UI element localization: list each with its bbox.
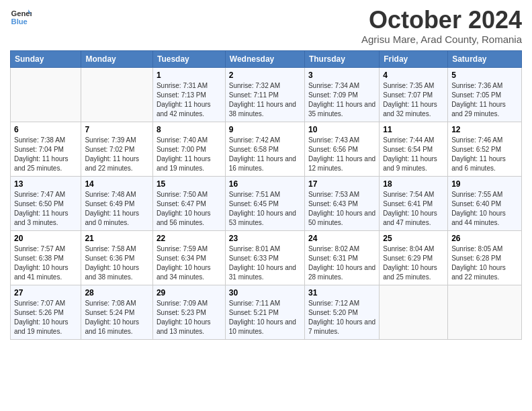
day-info: Sunrise: 7:53 AM Sunset: 6:43 PM Dayligh… xyxy=(308,190,375,228)
calendar-cell: 20Sunrise: 7:57 AM Sunset: 6:38 PM Dayli… xyxy=(11,230,81,285)
calendar-cell: 6Sunrise: 7:38 AM Sunset: 7:04 PM Daylig… xyxy=(11,122,81,176)
calendar-cell: 4Sunrise: 7:35 AM Sunset: 7:07 PM Daylig… xyxy=(380,67,448,122)
day-info: Sunrise: 7:48 AM Sunset: 6:49 PM Dayligh… xyxy=(85,190,149,228)
calendar-cell: 31Sunrise: 7:12 AM Sunset: 5:20 PM Dayli… xyxy=(304,285,379,339)
day-number: 3 xyxy=(308,71,375,80)
day-number: 19 xyxy=(451,179,518,189)
day-info: Sunrise: 8:04 AM Sunset: 6:29 PM Dayligh… xyxy=(383,244,444,282)
day-info: Sunrise: 7:50 AM Sunset: 6:47 PM Dayligh… xyxy=(157,190,222,228)
calendar-cell: 25Sunrise: 8:04 AM Sunset: 6:29 PM Dayli… xyxy=(380,230,448,285)
calendar-cell: 10Sunrise: 7:43 AM Sunset: 6:56 PM Dayli… xyxy=(304,122,379,176)
calendar-cell xyxy=(448,285,522,339)
day-info: Sunrise: 7:40 AM Sunset: 7:00 PM Dayligh… xyxy=(157,136,222,173)
day-number: 13 xyxy=(14,179,77,189)
week-row-4: 20Sunrise: 7:57 AM Sunset: 6:38 PM Dayli… xyxy=(11,230,522,285)
calendar-cell: 14Sunrise: 7:48 AM Sunset: 6:49 PM Dayli… xyxy=(81,176,153,230)
calendar-cell xyxy=(81,67,153,122)
day-number: 14 xyxy=(85,179,149,189)
calendar-cell: 19Sunrise: 7:55 AM Sunset: 6:40 PM Dayli… xyxy=(448,176,522,230)
calendar-cell: 30Sunrise: 7:11 AM Sunset: 5:21 PM Dayli… xyxy=(225,285,304,339)
day-number: 21 xyxy=(85,234,149,243)
day-number: 22 xyxy=(157,234,222,243)
calendar-cell: 22Sunrise: 7:59 AM Sunset: 6:34 PM Dayli… xyxy=(152,230,225,285)
day-info: Sunrise: 7:08 AM Sunset: 5:24 PM Dayligh… xyxy=(85,299,149,336)
day-number: 26 xyxy=(451,234,518,243)
calendar-cell: 18Sunrise: 7:54 AM Sunset: 6:41 PM Dayli… xyxy=(380,176,448,230)
day-number: 5 xyxy=(451,71,518,80)
logo: General Blue xyxy=(10,7,32,28)
day-number: 25 xyxy=(383,234,444,243)
week-row-1: 1Sunrise: 7:31 AM Sunset: 7:13 PM Daylig… xyxy=(11,67,522,122)
week-row-3: 13Sunrise: 7:47 AM Sunset: 6:50 PM Dayli… xyxy=(11,176,522,230)
day-info: Sunrise: 7:07 AM Sunset: 5:26 PM Dayligh… xyxy=(14,299,77,336)
day-number: 18 xyxy=(383,179,444,189)
day-info: Sunrise: 7:51 AM Sunset: 6:45 PM Dayligh… xyxy=(229,190,301,228)
calendar-cell xyxy=(11,67,81,122)
day-header-tuesday: Tuesday xyxy=(152,50,225,67)
calendar-cell: 11Sunrise: 7:44 AM Sunset: 6:54 PM Dayli… xyxy=(380,122,448,176)
day-info: Sunrise: 8:05 AM Sunset: 6:28 PM Dayligh… xyxy=(451,244,518,282)
calendar-cell: 23Sunrise: 8:01 AM Sunset: 6:33 PM Dayli… xyxy=(225,230,304,285)
day-header-wednesday: Wednesday xyxy=(225,50,304,67)
day-number: 29 xyxy=(157,288,222,298)
calendar-cell: 21Sunrise: 7:58 AM Sunset: 6:36 PM Dayli… xyxy=(81,230,153,285)
day-info: Sunrise: 7:09 AM Sunset: 5:23 PM Dayligh… xyxy=(157,299,222,336)
day-info: Sunrise: 7:57 AM Sunset: 6:38 PM Dayligh… xyxy=(14,244,77,282)
calendar-cell: 16Sunrise: 7:51 AM Sunset: 6:45 PM Dayli… xyxy=(225,176,304,230)
day-number: 2 xyxy=(229,71,301,80)
day-header-saturday: Saturday xyxy=(448,50,522,67)
day-info: Sunrise: 7:11 AM Sunset: 5:21 PM Dayligh… xyxy=(229,299,301,336)
day-info: Sunrise: 7:46 AM Sunset: 6:52 PM Dayligh… xyxy=(451,136,518,173)
day-number: 27 xyxy=(14,288,77,298)
calendar-cell: 13Sunrise: 7:47 AM Sunset: 6:50 PM Dayli… xyxy=(11,176,81,230)
day-info: Sunrise: 7:31 AM Sunset: 7:13 PM Dayligh… xyxy=(157,81,222,119)
day-number: 23 xyxy=(229,234,301,243)
day-info: Sunrise: 7:35 AM Sunset: 7:07 PM Dayligh… xyxy=(383,81,444,119)
calendar-cell: 26Sunrise: 8:05 AM Sunset: 6:28 PM Dayli… xyxy=(448,230,522,285)
logo-icon: General Blue xyxy=(10,7,32,28)
day-info: Sunrise: 7:42 AM Sunset: 6:58 PM Dayligh… xyxy=(229,136,301,173)
calendar-cell: 24Sunrise: 8:02 AM Sunset: 6:31 PM Dayli… xyxy=(304,230,379,285)
page-header: General Blue October 2024 Agrisu Mare, A… xyxy=(10,7,522,45)
day-number: 11 xyxy=(383,125,444,134)
day-info: Sunrise: 7:12 AM Sunset: 5:20 PM Dayligh… xyxy=(308,299,375,336)
day-header-sunday: Sunday xyxy=(11,50,81,67)
calendar-cell xyxy=(380,285,448,339)
day-number: 30 xyxy=(229,288,301,298)
day-info: Sunrise: 8:01 AM Sunset: 6:33 PM Dayligh… xyxy=(229,244,301,282)
day-info: Sunrise: 7:32 AM Sunset: 7:11 PM Dayligh… xyxy=(229,81,301,119)
day-number: 8 xyxy=(157,125,222,134)
day-number: 16 xyxy=(229,179,301,189)
calendar-cell: 5Sunrise: 7:36 AM Sunset: 7:05 PM Daylig… xyxy=(448,67,522,122)
day-info: Sunrise: 7:36 AM Sunset: 7:05 PM Dayligh… xyxy=(451,81,518,119)
day-number: 15 xyxy=(157,179,222,189)
day-info: Sunrise: 7:59 AM Sunset: 6:34 PM Dayligh… xyxy=(157,244,222,282)
calendar-cell: 1Sunrise: 7:31 AM Sunset: 7:13 PM Daylig… xyxy=(152,67,225,122)
day-number: 1 xyxy=(157,71,222,80)
calendar-cell: 27Sunrise: 7:07 AM Sunset: 5:26 PM Dayli… xyxy=(11,285,81,339)
month-title: October 2024 xyxy=(361,7,522,34)
day-info: Sunrise: 7:55 AM Sunset: 6:40 PM Dayligh… xyxy=(451,190,518,228)
title-block: October 2024 Agrisu Mare, Arad County, R… xyxy=(361,7,522,45)
calendar-cell: 2Sunrise: 7:32 AM Sunset: 7:11 PM Daylig… xyxy=(225,67,304,122)
day-info: Sunrise: 8:02 AM Sunset: 6:31 PM Dayligh… xyxy=(308,244,375,282)
calendar-cell: 28Sunrise: 7:08 AM Sunset: 5:24 PM Dayli… xyxy=(81,285,153,339)
day-info: Sunrise: 7:39 AM Sunset: 7:02 PM Dayligh… xyxy=(85,136,149,173)
day-number: 20 xyxy=(14,234,77,243)
day-number: 10 xyxy=(308,125,375,134)
svg-text:Blue: Blue xyxy=(11,17,28,26)
day-number: 6 xyxy=(14,125,77,134)
day-header-monday: Monday xyxy=(81,50,153,67)
calendar-cell: 3Sunrise: 7:34 AM Sunset: 7:09 PM Daylig… xyxy=(304,67,379,122)
calendar-cell: 9Sunrise: 7:42 AM Sunset: 6:58 PM Daylig… xyxy=(225,122,304,176)
calendar-table: SundayMondayTuesdayWednesdayThursdayFrid… xyxy=(10,50,522,340)
day-header-friday: Friday xyxy=(380,50,448,67)
day-number: 9 xyxy=(229,125,301,134)
day-number: 28 xyxy=(85,288,149,298)
week-row-5: 27Sunrise: 7:07 AM Sunset: 5:26 PM Dayli… xyxy=(11,285,522,339)
day-info: Sunrise: 7:38 AM Sunset: 7:04 PM Dayligh… xyxy=(14,136,77,173)
calendar-cell: 7Sunrise: 7:39 AM Sunset: 7:02 PM Daylig… xyxy=(81,122,153,176)
day-info: Sunrise: 7:43 AM Sunset: 6:56 PM Dayligh… xyxy=(308,136,375,173)
day-number: 17 xyxy=(308,179,375,189)
location-subtitle: Agrisu Mare, Arad County, Romania xyxy=(361,34,522,45)
